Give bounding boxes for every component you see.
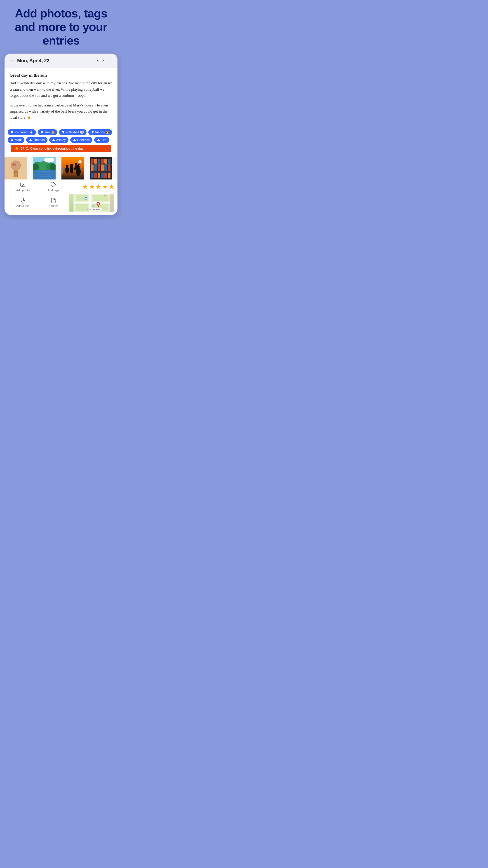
entry-paragraph-2: In the evening we had a nice barbecue at… — [9, 102, 112, 121]
svg-text:Capalaba: Capalaba — [87, 209, 93, 211]
tag-ashley-label: Ashley — [56, 138, 66, 142]
tag-sun-label: sun ☀️ — [45, 130, 55, 134]
tag-thomas[interactable]: Thomas — [26, 137, 47, 143]
svg-point-87 — [92, 205, 94, 207]
weather-text: 27°C, Clear conditions throughout the da… — [21, 147, 84, 150]
entry-text: Had a wonderful day with my friends. We … — [9, 80, 112, 121]
tag-icecream-label: ice cream 🍦 — [15, 130, 33, 134]
star-5[interactable]: ★ — [109, 183, 114, 191]
tag-volleyball[interactable]: volleyball 🏐 — [59, 129, 86, 135]
next-button[interactable]: › — [102, 58, 104, 64]
svg-rect-28 — [36, 175, 52, 175]
photo-volleyball[interactable] — [61, 157, 84, 180]
tag-rebecca[interactable]: Rebecca — [70, 137, 92, 143]
entry-paragraph-1: Had a wonderful day with my friends. We … — [9, 80, 112, 98]
svg-rect-53 — [104, 159, 107, 164]
entry-date: Mon, Apr 4, 22 — [17, 58, 50, 63]
tag-tim-label: Tim — [101, 138, 106, 142]
svg-rect-27 — [35, 173, 53, 173]
svg-text:Chandler: Chandler — [92, 209, 101, 211]
svg-rect-60 — [108, 164, 110, 171]
svg-rect-61 — [91, 173, 94, 178]
svg-rect-67 — [21, 183, 25, 186]
svg-point-8 — [12, 163, 16, 166]
toolbar-row-2: Add audio Add file — [8, 194, 114, 212]
header-left: ← Mon, Apr 4, 22 — [9, 58, 50, 64]
tag-tim[interactable]: Tim — [94, 137, 109, 143]
svg-rect-73 — [73, 202, 109, 204]
entry-title: Great day in the sun — [9, 73, 112, 78]
add-audio-button[interactable]: Add audio — [8, 197, 38, 208]
hero-title: Add photos, tags and more to your entrie… — [4, 7, 118, 47]
prev-button[interactable]: ‹ — [97, 58, 98, 64]
svg-rect-48 — [90, 172, 112, 173]
svg-point-45 — [77, 165, 80, 168]
add-photo-button[interactable]: Add photo — [8, 182, 38, 192]
tag-thomas-label: Thomas — [33, 138, 45, 142]
star-3[interactable]: ★ — [96, 183, 101, 191]
entry-body: Great day in the sun Had a wonderful day… — [4, 68, 118, 127]
svg-point-41 — [75, 163, 77, 165]
back-button[interactable]: ← — [9, 58, 14, 64]
add-audio-label: Add audio — [16, 204, 30, 208]
svg-rect-50 — [94, 159, 97, 164]
svg-point-32 — [44, 158, 49, 162]
svg-point-80 — [85, 197, 87, 199]
add-photo-label: Add photo — [16, 188, 30, 192]
svg-rect-29 — [40, 176, 51, 177]
svg-point-39 — [70, 165, 73, 174]
tag-rebecca-label: Rebecca — [77, 138, 90, 142]
tag-icecream[interactable]: ice cream 🍦 — [8, 129, 36, 135]
svg-rect-54 — [108, 159, 110, 164]
tags-section: ice cream 🍦 sun ☀️ volleyball 🏐 friends … — [4, 127, 118, 145]
svg-rect-64 — [101, 173, 104, 178]
svg-rect-57 — [98, 164, 100, 171]
weather-icon: ☀️ — [14, 147, 19, 151]
svg-text:Por: Por — [104, 195, 106, 197]
photo-beer[interactable] — [90, 157, 112, 180]
weather-bar: ☀️ 27°C, Clear conditions throughout the… — [11, 145, 111, 152]
svg-rect-56 — [94, 164, 97, 171]
add-tags-label: Add tags — [48, 188, 59, 192]
header-right: ‹ › ⋮ — [97, 58, 112, 64]
tag-ashley[interactable]: Ashley — [49, 137, 68, 143]
tag-mark-label: Mark — [15, 138, 22, 142]
svg-rect-65 — [104, 173, 107, 178]
star-1[interactable]: ★ — [83, 183, 88, 191]
tag-friends[interactable]: friends 😎 — [88, 129, 112, 135]
tag-volleyball-label: volleyball 🏐 — [66, 130, 84, 134]
svg-rect-77 — [76, 204, 88, 211]
bottom-toolbar: Add photo Add tags ★ ★ ★ ★ ★ — [4, 180, 118, 215]
svg-rect-26 — [37, 171, 51, 172]
tag-friends-label: friends 😎 — [95, 130, 109, 134]
photo-river[interactable] — [33, 157, 56, 180]
photo-icecream[interactable] — [4, 157, 27, 180]
svg-point-40 — [70, 164, 73, 166]
svg-rect-47 — [90, 164, 112, 164]
star-2[interactable]: ★ — [89, 183, 95, 191]
journal-card: ← Mon, Apr 4, 22 ‹ › ⋮ Great day in the … — [4, 54, 118, 215]
more-options-button[interactable]: ⋮ — [107, 58, 112, 64]
tag-sun[interactable]: sun ☀️ — [38, 129, 57, 135]
card-header: ← Mon, Apr 4, 22 ‹ › ⋮ — [4, 54, 118, 68]
svg-text:ale: ale — [76, 204, 78, 206]
svg-point-44 — [76, 167, 80, 176]
toolbar-row-1: Add photo Add tags ★ ★ ★ ★ ★ — [8, 182, 114, 192]
svg-point-82 — [97, 203, 99, 205]
map-area[interactable]: Chandler Por ale Capalaba — [69, 194, 114, 212]
photos-grid — [4, 157, 118, 180]
svg-rect-49 — [91, 159, 94, 164]
svg-point-37 — [65, 166, 69, 174]
add-file-label: Add file — [48, 204, 58, 208]
svg-point-68 — [22, 184, 24, 185]
add-file-button[interactable]: Add file — [38, 197, 69, 208]
svg-point-43 — [78, 160, 82, 163]
svg-point-31 — [49, 158, 54, 162]
add-tags-button[interactable]: Add tags — [38, 182, 69, 192]
stars-area: ★ ★ ★ ★ ★ — [69, 183, 114, 191]
svg-rect-55 — [91, 164, 94, 171]
svg-point-38 — [66, 164, 68, 167]
tag-mark[interactable]: Mark — [8, 137, 24, 143]
svg-rect-59 — [104, 164, 107, 171]
star-4[interactable]: ★ — [102, 183, 108, 191]
